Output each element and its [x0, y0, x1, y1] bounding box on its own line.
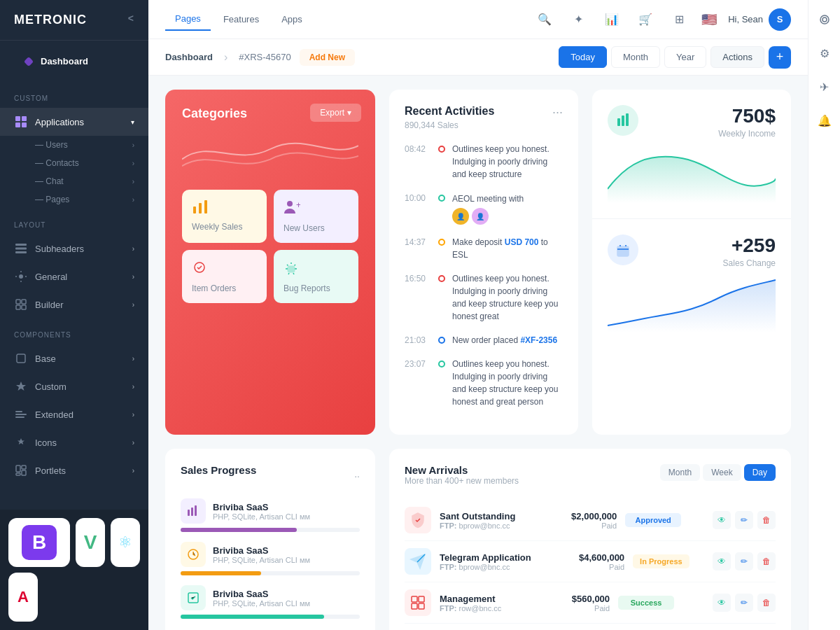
sidebar-item-builder[interactable]: Builder ›: [0, 290, 148, 318]
activity-dot-4: [438, 337, 445, 344]
action-view-1[interactable]: 👁: [713, 552, 731, 570]
stats-cards: 750$ Weekly Income: [592, 90, 791, 435]
progress-item-2: Briviba SaaS PHP, SQLite, Artisan CLI мм: [181, 585, 360, 619]
strip-filter-icon[interactable]: [813, 8, 836, 31]
arrivals-actions-2: 👁 ✏ 🗑: [713, 594, 776, 612]
sidebar-item-extended[interactable]: Extended ›: [0, 400, 148, 428]
recent-menu[interactable]: ···: [552, 105, 563, 120]
search-icon[interactable]: 🔍: [533, 8, 556, 31]
recent-activities-subtitle: 890,344 Sales: [405, 120, 494, 130]
sidebar-sub-pages[interactable]: — Pages ›: [0, 190, 148, 209]
top-navigation: Pages Features Apps 🔍 ✦ 📊 🛒 ⊞ 🇺🇸 Hi, Sea…: [148, 0, 808, 39]
svg-point-44: [822, 18, 827, 22]
filter-day[interactable]: Day: [744, 464, 776, 481]
arrivals-filters: Month Week Day: [660, 464, 776, 481]
subheaders-chevron: ›: [132, 245, 134, 253]
svg-text:+: +: [296, 200, 300, 210]
bootstrap-logo[interactable]: B: [8, 518, 70, 567]
add-new-button[interactable]: Add New: [300, 49, 355, 66]
action-edit-1[interactable]: ✏: [735, 552, 753, 570]
progress-name-0: Briviba SaaS: [213, 502, 310, 512]
sidebar-sub-chat[interactable]: — Chat ›: [0, 172, 148, 190]
arrivals-ftp-1: FTP: bprow@bnc.cc: [440, 563, 531, 571]
weekly-sales-icon: [192, 200, 257, 218]
filter-week[interactable]: Week: [703, 464, 741, 481]
action-view-2[interactable]: 👁: [713, 594, 731, 612]
tile-weekly-sales[interactable]: Weekly Sales: [182, 190, 267, 243]
export-button[interactable]: Export ▾: [310, 104, 361, 122]
app-logo: METRONIC <: [0, 0, 148, 41]
sidebar-sub-users[interactable]: — Users ›: [0, 136, 148, 154]
user-avatar[interactable]: S: [769, 8, 791, 31]
activity-item-4: 21:03 New order placed #XF-2356: [405, 334, 563, 346]
sidebar-item-general[interactable]: General ›: [0, 262, 148, 290]
breadcrumb-dashboard: Dashboard: [165, 52, 213, 62]
apps-grid-icon[interactable]: ⊞: [668, 8, 690, 31]
categories-title: Categories: [182, 106, 247, 120]
action-delete-2[interactable]: 🗑: [757, 594, 776, 612]
actions-button[interactable]: Actions: [710, 46, 764, 68]
tile-new-users[interactable]: + New Users: [274, 190, 358, 243]
weekly-sales-label: Weekly Sales: [192, 222, 257, 232]
chart-icon[interactable]: 📊: [601, 8, 623, 31]
sidebar-toggle[interactable]: <: [128, 13, 134, 24]
progress-desc-2: PHP, SQLite, Artisan CLI мм: [213, 599, 310, 608]
sidebar-item-custom[interactable]: Custom ›: [0, 372, 148, 400]
sales-progress-menu[interactable]: ··: [354, 470, 360, 482]
angular-logo[interactable]: A: [8, 573, 38, 622]
action-view-0[interactable]: 👁: [713, 511, 731, 529]
today-button[interactable]: Today: [559, 46, 607, 68]
progress-bar-1: [181, 571, 261, 575]
cart-icon[interactable]: 🛒: [634, 8, 657, 31]
svg-rect-3: [22, 122, 27, 127]
svg-rect-10: [16, 305, 20, 309]
sidebar-item-base[interactable]: Base ›: [0, 344, 148, 372]
action-edit-2[interactable]: ✏: [735, 594, 753, 612]
month-button[interactable]: Month: [611, 46, 660, 68]
item-orders-icon: [192, 260, 257, 279]
sidebar-item-portlets[interactable]: Portlets ›: [0, 456, 148, 484]
strip-settings-icon[interactable]: ⚙: [813, 42, 836, 64]
action-delete-1[interactable]: 🗑: [757, 552, 776, 570]
sidebar-item-dashboard[interactable]: Dashboard: [11, 49, 137, 74]
nav-pages[interactable]: Pages: [165, 8, 211, 31]
add-icon-button[interactable]: +: [769, 46, 791, 69]
tile-item-orders[interactable]: Item Orders: [182, 250, 267, 303]
action-delete-0[interactable]: 🗑: [757, 511, 776, 529]
activity-item-2: 14:37 Make deposit USD 700 to ESL: [405, 236, 563, 261]
arrivals-row-0: Sant Outstanding FTP: bprow@bnc.cc $2,00…: [405, 500, 776, 541]
share-icon[interactable]: ✦: [567, 8, 589, 31]
react-logo[interactable]: ⚛: [111, 518, 140, 567]
nav-apps[interactable]: Apps: [272, 8, 312, 30]
applications-icon: [14, 115, 28, 129]
sales-progress-card: Sales Progress ·· Briviba SaaS PHP, SQLi…: [165, 449, 375, 630]
sidebar-item-subheaders[interactable]: Subheaders ›: [0, 234, 148, 262]
extended-icon: [14, 407, 28, 421]
filter-month[interactable]: Month: [660, 464, 700, 481]
vue-logo[interactable]: V: [76, 518, 105, 567]
svg-rect-19: [16, 473, 20, 475]
general-chevron: ›: [132, 273, 134, 281]
svg-rect-32: [195, 505, 197, 516]
nav-features[interactable]: Features: [214, 8, 269, 30]
builder-icon: [14, 298, 28, 312]
arrivals-badge-1: In Progress: [633, 554, 690, 568]
activity-dot-2: [438, 239, 445, 246]
sidebar-sub-contacts[interactable]: — Contacts ›: [0, 154, 148, 172]
year-button[interactable]: Year: [664, 46, 706, 68]
recent-activities-card: Recent Activities 890,344 Sales ··· 08:4…: [389, 90, 578, 435]
strip-notification-icon[interactable]: 🔔: [813, 109, 836, 132]
sidebar-item-icons[interactable]: Icons ›: [0, 428, 148, 456]
progress-item-1: Briviba SaaS PHP, SQLite, Artisan CLI мм: [181, 542, 360, 575]
tile-bug-reports[interactable]: Bug Reports: [274, 250, 358, 303]
income-icon-circle: [608, 105, 638, 136]
subheader-actions: Today Month Year Actions +: [559, 46, 791, 69]
sidebar-item-applications[interactable]: Applications ▾: [0, 108, 148, 136]
topnav-icons: 🔍 ✦ 📊 🛒 ⊞ 🇺🇸 Hi, Sean S: [533, 8, 791, 31]
main-content: Pages Features Apps 🔍 ✦ 📊 🛒 ⊞ 🇺🇸 Hi, Sea…: [148, 0, 808, 630]
arrivals-subtitle: More than 400+ new members: [405, 476, 519, 486]
base-chevron: ›: [132, 355, 134, 363]
svg-point-7: [19, 274, 23, 279]
action-edit-0[interactable]: ✏: [735, 511, 753, 529]
strip-send-icon[interactable]: ✈: [813, 76, 836, 98]
